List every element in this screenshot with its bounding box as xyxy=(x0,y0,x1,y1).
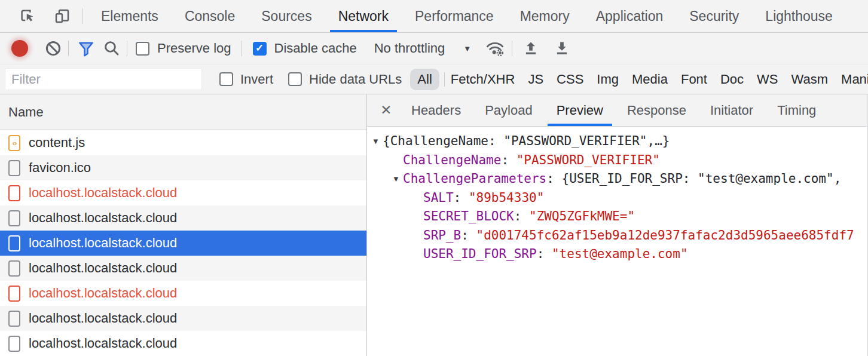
close-details-button[interactable]: ✕ xyxy=(373,94,399,126)
filter-pill-manifest[interactable]: Manifest xyxy=(841,69,868,90)
tree-line[interactable]: SECRET_BLOCK: "ZWQ5ZGFkMWE=" xyxy=(367,207,867,226)
document-icon xyxy=(8,336,20,352)
network-request-row[interactable]: ‹› content.js xyxy=(0,130,366,155)
json-key-segment: ChallengeParameters xyxy=(403,171,546,186)
tab-performance[interactable]: Performance xyxy=(402,0,507,32)
inspect-cursor-icon xyxy=(19,7,36,25)
wifi-gear-icon xyxy=(485,39,505,58)
request-name: localhost.localstack.cloud xyxy=(29,235,177,251)
script-glyph: ‹› xyxy=(13,139,17,147)
filter-input[interactable] xyxy=(5,68,202,90)
tree-line[interactable]: ChallengeName: "PASSWORD_VERIFIER" xyxy=(367,151,867,170)
funnel-filter-icon xyxy=(77,39,95,57)
json-obj-segment: : xyxy=(461,228,476,243)
network-conditions-button[interactable] xyxy=(485,39,505,58)
document-icon xyxy=(8,286,20,302)
record-button[interactable] xyxy=(11,40,28,57)
requests-panel: Name ‹› content.js favicon.ico localhost… xyxy=(0,94,367,356)
json-str-segment: "d001745fc62af15eb9a12de937fafac2d3d5965… xyxy=(476,228,854,243)
tab-elements[interactable]: Elements xyxy=(88,0,172,32)
preview-json-tree: ▼{ChallengeName: "PASSWORD_VERIFIER",…}C… xyxy=(367,127,867,356)
tab-sources[interactable]: Sources xyxy=(248,0,325,32)
request-type-filters: AllFetch/XHRJSCSSImgMediaFontDocWSWasmMa… xyxy=(410,69,868,90)
network-request-row[interactable]: localhost.localstack.cloud xyxy=(0,231,366,256)
pill-divider xyxy=(444,72,445,87)
filter-toolbar: ✓ Invert ✓ Hide data URLs AllFetch/XHRJS… xyxy=(0,65,868,94)
filter-pill-css[interactable]: CSS xyxy=(557,69,583,90)
chevron-down-icon[interactable]: ▼ xyxy=(463,44,471,53)
filter-pill-media[interactable]: Media xyxy=(632,69,668,90)
device-toolbar-button[interactable] xyxy=(49,3,75,29)
toolbar-divider xyxy=(68,41,69,56)
inspect-element-button[interactable] xyxy=(14,3,41,29)
json-key-segment: ChallengeName xyxy=(403,153,501,167)
name-column-header[interactable]: Name xyxy=(0,94,366,130)
network-request-row[interactable]: localhost.localstack.cloud xyxy=(0,281,366,306)
json-key-segment: USER_ID_FOR_SRP xyxy=(423,247,537,261)
clear-button[interactable] xyxy=(44,39,62,57)
preserve-log-label[interactable]: Preserve log xyxy=(157,41,231,56)
filter-pill-font[interactable]: Font xyxy=(681,69,707,90)
network-main: Name ‹› content.js favicon.ico localhost… xyxy=(0,94,868,356)
filter-toggle-button[interactable] xyxy=(77,39,95,57)
tree-line[interactable]: ▼ChallengeParameters: {USER_ID_FOR_SRP: … xyxy=(367,170,867,189)
tree-line[interactable]: SRP_B: "d001745fc62af15eb9a12de937fafac2… xyxy=(367,226,867,245)
document-icon xyxy=(8,260,20,277)
invert-checkbox[interactable]: ✓ xyxy=(219,72,233,86)
network-request-row[interactable]: localhost.localstack.cloud xyxy=(0,331,366,356)
document-icon xyxy=(8,185,20,201)
details-tab-headers[interactable]: Headers xyxy=(399,94,473,126)
filter-pill-fetch-xhr[interactable]: Fetch/XHR xyxy=(451,69,515,90)
tree-line[interactable]: USER_ID_FOR_SRP: "test@example.com" xyxy=(367,245,867,264)
details-tabbar: ✕ HeadersPayloadPreviewResponseInitiator… xyxy=(367,94,867,127)
json-str-segment: "PASSWORD_VERIFIER" xyxy=(516,153,660,167)
invert-label[interactable]: Invert xyxy=(240,72,273,87)
hide-data-urls-checkbox[interactable]: ✓ xyxy=(288,72,302,86)
tab-application[interactable]: Application xyxy=(583,0,677,32)
tab-console[interactable]: Console xyxy=(172,0,248,32)
details-tab-response[interactable]: Response xyxy=(615,94,698,126)
throttling-select[interactable]: No throttling xyxy=(374,41,445,56)
network-toolbar: ✓ Preserve log ✓ Disable cache No thrott… xyxy=(0,33,868,65)
filter-pill-js[interactable]: JS xyxy=(528,69,543,90)
filter-pill-img[interactable]: Img xyxy=(597,69,619,90)
json-key-segment: SECRET_BLOCK xyxy=(423,209,514,223)
details-tab-initiator[interactable]: Initiator xyxy=(698,94,765,126)
network-request-row[interactable]: localhost.localstack.cloud xyxy=(0,205,366,231)
search-button[interactable] xyxy=(103,39,121,57)
tab-lighthouse[interactable]: Lighthouse xyxy=(752,0,846,32)
filter-pill-wasm[interactable]: Wasm xyxy=(791,69,829,90)
hide-data-urls-label[interactable]: Hide data URLs xyxy=(309,72,402,87)
filter-pill-doc[interactable]: Doc xyxy=(720,69,744,90)
expander-icon[interactable]: ▼ xyxy=(372,132,383,151)
tree-line[interactable]: ▼{ChallengeName: "PASSWORD_VERIFIER",…} xyxy=(367,132,867,151)
tree-line[interactable]: SALT: "89b54330" xyxy=(367,189,867,208)
requests-list: ‹› content.js favicon.ico localhost.loca… xyxy=(0,130,366,356)
network-request-row[interactable]: localhost.localstack.cloud xyxy=(0,256,366,281)
details-tab-preview[interactable]: Preview xyxy=(545,94,615,126)
disable-cache-label[interactable]: Disable cache xyxy=(274,41,357,56)
preserve-log-checkbox[interactable]: ✓ xyxy=(136,42,149,56)
filter-pill-ws[interactable]: WS xyxy=(757,69,778,90)
tab-network[interactable]: Network xyxy=(325,0,402,32)
network-request-row[interactable]: localhost.localstack.cloud xyxy=(0,180,366,205)
devtools-tabbar: ElementsConsoleSourcesNetworkPerformance… xyxy=(0,0,868,33)
devtools-window: ElementsConsoleSourcesNetworkPerformance… xyxy=(0,0,868,356)
details-tab-timing[interactable]: Timing xyxy=(765,94,828,126)
network-request-row[interactable]: localhost.localstack.cloud xyxy=(0,306,366,331)
disable-cache-checkbox[interactable]: ✓ xyxy=(253,42,267,56)
json-key-segment: SRP_B xyxy=(423,228,461,243)
filter-pill-all[interactable]: All xyxy=(410,69,439,90)
details-tab-payload[interactable]: Payload xyxy=(473,94,545,126)
clear-icon xyxy=(44,39,62,57)
expander-icon[interactable]: ▼ xyxy=(392,170,403,189)
import-har-button[interactable] xyxy=(522,39,540,57)
request-name: localhost.localstack.cloud xyxy=(29,286,177,301)
main-tabs: ElementsConsoleSourcesNetworkPerformance… xyxy=(88,0,846,32)
network-request-row[interactable]: favicon.ico xyxy=(0,155,366,180)
json-obj-segment: : {USER_ID_FOR_SRP: "test@example.com", xyxy=(546,171,841,186)
export-har-button[interactable] xyxy=(553,39,571,57)
close-icon: ✕ xyxy=(380,102,392,118)
tab-security[interactable]: Security xyxy=(676,0,752,32)
tab-memory[interactable]: Memory xyxy=(507,0,583,32)
